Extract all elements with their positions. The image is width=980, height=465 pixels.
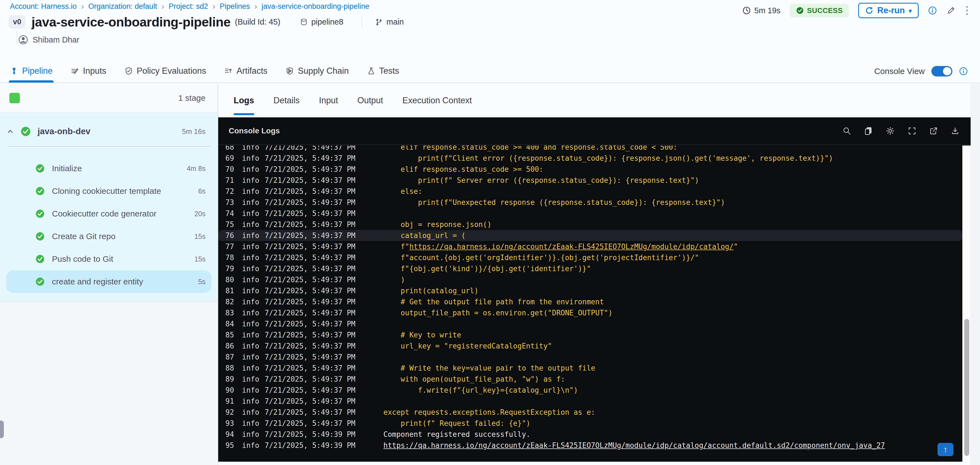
- log-level: info: [242, 209, 261, 217]
- log-level: info: [242, 187, 261, 195]
- log-line-number: 84: [225, 320, 238, 328]
- rerun-label: Re-run: [877, 6, 905, 16]
- tab-label: Artifacts: [236, 66, 267, 76]
- duration-label: 5m 19s: [754, 6, 781, 15]
- breadcrumb-link[interactable]: Pipelines: [220, 2, 250, 11]
- info-icon[interactable]: [928, 6, 937, 15]
- step-list: Initialize4m 8sCloning cookiecutter temp…: [0, 147, 218, 301]
- console-view-control: Console View: [874, 59, 968, 83]
- supply-chain-icon: [286, 67, 294, 75]
- drawer-handle[interactable]: [0, 421, 4, 438]
- step-success-icon: [35, 164, 45, 173]
- step-success-icon: [35, 232, 45, 241]
- log-line-number: 75: [225, 221, 238, 229]
- detail-tab-logs[interactable]: Logs: [234, 84, 254, 117]
- breadcrumb-link[interactable]: Account: Harness.io: [10, 2, 77, 11]
- tab-policy-evaluations[interactable]: Policy Evaluations: [124, 59, 206, 83]
- pipeline-icon: [10, 67, 18, 75]
- pipeline-name: pipeline8: [311, 17, 343, 27]
- policy-shield-icon: [124, 67, 133, 75]
- success-check-icon: [796, 6, 804, 14]
- breadcrumb-separator: ›: [255, 2, 257, 11]
- branch-ref: main: [375, 17, 404, 27]
- tab-supply-chain[interactable]: Supply Chain: [286, 59, 348, 83]
- log-message: elif response.status_code >= 500:: [383, 165, 543, 173]
- tab-label: Pipeline: [22, 66, 52, 76]
- console-view-toggle[interactable]: [931, 66, 952, 76]
- log-timestamp: 7/21/2025, 5:49:37 PM: [265, 187, 357, 195]
- info-icon[interactable]: [959, 67, 968, 76]
- step-row-push-code-to-git[interactable]: Push code to Git15s: [0, 248, 218, 270]
- log-level: info: [242, 342, 261, 350]
- tab-artifacts[interactable]: Artifacts: [224, 59, 267, 83]
- console-toolbar: [842, 126, 959, 136]
- download-icon[interactable]: [951, 127, 959, 135]
- log-timestamp: 7/21/2025, 5:49:39 PM: [265, 430, 357, 438]
- stage-status-square: [10, 93, 20, 103]
- rerun-button[interactable]: Re-run ▾: [858, 3, 919, 18]
- clock-icon: [742, 6, 751, 15]
- scroll-to-top-button[interactable]: ↑: [937, 443, 953, 456]
- log-line-75: 75info7/21/2025, 5:49:37 PM obj = respon…: [218, 219, 963, 230]
- stage-count-row: 1 stage: [0, 84, 218, 113]
- fullscreen-icon[interactable]: [908, 127, 916, 135]
- detail-tab-output[interactable]: Output: [357, 84, 383, 117]
- log-link[interactable]: https://qa.harness.io/ng/account/zEaak-F…: [409, 243, 733, 251]
- log-line-94: 94info7/21/2025, 5:49:39 PMComponent reg…: [218, 429, 963, 440]
- log-message: except requests.exceptions.RequestExcept…: [383, 408, 595, 416]
- log-line-74: 74info7/21/2025, 5:49:37 PM: [218, 208, 963, 219]
- stage-row[interactable]: java-onb-dev 5m 16s: [0, 119, 218, 144]
- log-line-90: 90info7/21/2025, 5:49:37 PM f.write(f"{u…: [218, 385, 963, 396]
- log-message: url_key = "registeredCatalogEntity": [383, 342, 552, 350]
- copy-icon[interactable]: [864, 127, 873, 135]
- log-timestamp: 7/21/2025, 5:49:37 PM: [265, 209, 357, 217]
- step-row-create-a-git-repo[interactable]: Create a Git repo15s: [0, 225, 218, 248]
- step-row-cloning-cookiecutter-template[interactable]: Cloning cookiecutter template6s: [0, 180, 218, 202]
- breadcrumb-link[interactable]: Project: sd2: [169, 2, 208, 11]
- search-icon[interactable]: [842, 127, 851, 135]
- step-details-panel: LogsDetailsInputOutputExecution Context …: [218, 84, 970, 465]
- tab-pipeline[interactable]: Pipeline: [10, 59, 52, 83]
- breadcrumb-link[interactable]: java-service-onboarding-pipeline: [262, 2, 369, 11]
- user-name: Shibam Dhar: [33, 35, 79, 44]
- log-line-number: 92: [225, 408, 238, 416]
- step-row-cookiecutter-code-generator[interactable]: Cookiecutter code generator20s: [0, 202, 218, 225]
- log-message: f"https://qa.harness.io/ng/account/zEaak…: [383, 243, 738, 251]
- log-message: Component registered successfully.: [383, 430, 530, 438]
- log-line-number: 90: [225, 386, 238, 394]
- log-level: info: [242, 287, 261, 295]
- detail-tab-details[interactable]: Details: [274, 84, 300, 117]
- log-line-number: 80: [225, 276, 238, 284]
- log-level: info: [242, 243, 261, 251]
- chevron-up-icon[interactable]: [6, 127, 14, 136]
- log-line-number: 89: [225, 375, 238, 383]
- log-level: info: [242, 441, 261, 449]
- log-link[interactable]: https://qa.harness.io/ng/account/zEaak-F…: [383, 441, 885, 449]
- step-success-icon: [35, 277, 45, 286]
- toggle-knob: [943, 67, 951, 75]
- settings-icon[interactable]: [886, 126, 895, 136]
- open-in-new-icon[interactable]: [929, 127, 938, 135]
- tab-tests[interactable]: Tests: [367, 59, 399, 83]
- breadcrumb-separator: ›: [81, 2, 84, 11]
- log-line-87: 87info7/21/2025, 5:49:37 PM: [218, 352, 963, 363]
- pipeline-execution-page: Account: Harness.io›Organization: defaul…: [0, 0, 980, 465]
- step-row-create-and-register-entity[interactable]: create and register entity5s: [6, 270, 212, 293]
- log-line-82: 82info7/21/2025, 5:49:37 PM # Get the ou…: [218, 296, 963, 307]
- detail-tab-input[interactable]: Input: [319, 84, 338, 117]
- detail-tabs: LogsDetailsInputOutputExecution Context: [218, 84, 970, 117]
- step-row-initialize[interactable]: Initialize4m 8s: [0, 157, 218, 180]
- edit-pencil-icon[interactable]: [946, 6, 956, 15]
- log-line-number: 87: [225, 353, 238, 361]
- kebab-menu-icon[interactable]: [965, 5, 969, 16]
- step-label: Cookiecutter code generator: [52, 209, 194, 218]
- log-timestamp: 7/21/2025, 5:49:37 PM: [265, 146, 357, 151]
- detail-tab-execution-context[interactable]: Execution Context: [402, 84, 472, 117]
- breadcrumb-separator: ›: [212, 2, 215, 11]
- console-scrollbar-thumb[interactable]: [964, 319, 969, 456]
- log-line-85: 85info7/21/2025, 5:49:37 PM # Key to wri…: [218, 329, 963, 340]
- breadcrumb-link[interactable]: Organization: default: [88, 2, 157, 11]
- console-logs-panel: Console Logs 68info7/21/2025, 5:49:37 PM…: [218, 117, 970, 462]
- tab-inputs[interactable]: Inputs: [71, 59, 106, 83]
- artifacts-icon: [224, 67, 232, 75]
